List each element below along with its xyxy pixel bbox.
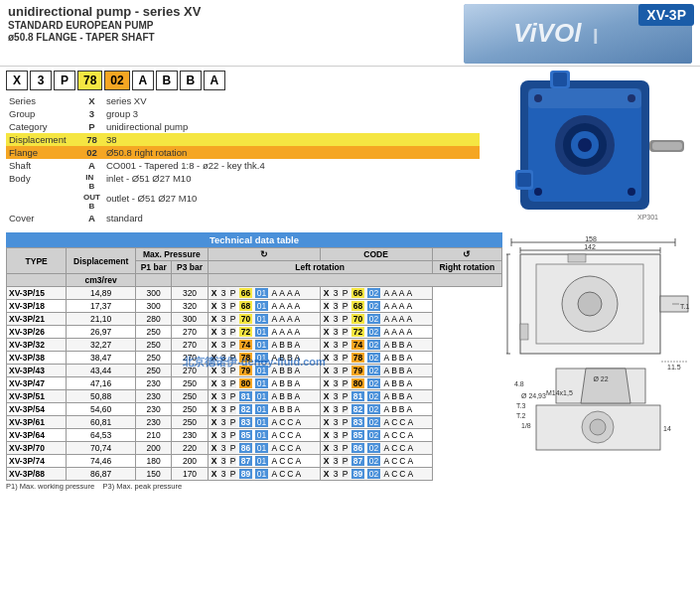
tech-disp: 74,46 (67, 455, 136, 468)
tech-p3: 270 (172, 326, 208, 339)
tech-right-code: X 3 P 68 02 AAAA (320, 300, 432, 313)
spec-desc-body-out: outlet - Ø51 Ø27 M10 (103, 192, 480, 212)
spec-desc-displacement: 38 (103, 133, 480, 146)
spec-val-flange: 02 (80, 146, 103, 159)
tech-left-code: X 3 P 87 01 ACCA (208, 455, 320, 468)
code-3: 3 (30, 71, 52, 90)
tech-disp: 43,44 (67, 365, 136, 377)
tech-left-code: X 3 P 72 01 AAAA (208, 326, 320, 339)
tech-p3: 300 (172, 313, 208, 326)
tech-p3: 250 (172, 403, 208, 416)
tech-right-code: X 3 P 81 02 ABBA (320, 390, 432, 403)
spec-row-series: Series X series XV (6, 94, 480, 107)
tech-row: XV-3P/88 86,87 150 170 X 3 P 89 01 ACCA … (7, 468, 502, 481)
code-a1: A (132, 71, 154, 90)
tech-p1: 280 (136, 313, 172, 326)
header-subtitle2: ø50.8 FLANGE - TAPER SHAFT (8, 32, 464, 43)
th-arrow-left: ↻ (208, 248, 320, 261)
tech-disp: 60,81 (67, 416, 136, 429)
main-upper: X 3 P 78 02 A B B A Series X series XV (0, 67, 700, 232)
tech-table-area: 北京德诺伊-denoy-fluid.com Technical data tab… (6, 232, 502, 491)
tech-disp: 21,10 (67, 313, 136, 326)
code-p: P (54, 71, 75, 90)
tech-type: XV-3P/32 (7, 339, 67, 352)
tech-right-code: X 3 P 85 02 ACCA (320, 429, 432, 442)
tech-right-code: X 3 P 82 02 ABBA (320, 403, 432, 416)
spec-row-cover: Cover A standard (6, 212, 480, 224)
svg-text:Ø 24,93: Ø 24,93 (521, 392, 546, 399)
tech-p3: 250 (172, 416, 208, 429)
tech-type: XV-3P/54 (7, 403, 67, 416)
svg-point-18 (628, 188, 635, 196)
svg-rect-32 (568, 254, 586, 262)
th-cm3: cm3/rev (67, 274, 136, 287)
tech-left-code: X 3 P 80 01 ABBA (208, 377, 320, 390)
tech-p1: 300 (136, 300, 172, 313)
spec-label-category: Category (6, 120, 80, 133)
tech-disp: 86,87 (67, 468, 136, 481)
tech-left-code: X 3 P 83 01 ACCA (208, 416, 320, 429)
tech-left-code: X 3 P 79 01 ABBA (208, 365, 320, 377)
th-left-rot: Left rotation (208, 261, 432, 274)
tech-right-code: X 3 P 74 02 ABBA (320, 339, 432, 352)
svg-text:14: 14 (663, 425, 671, 432)
tech-p3: 170 (172, 468, 208, 481)
spec-desc-series: series XV (103, 94, 480, 107)
tech-p3: 270 (172, 352, 208, 365)
tech-right-code: X 3 P 83 02 ACCA (320, 416, 432, 429)
brand-badge: XV-3P (638, 4, 694, 26)
svg-rect-10 (652, 142, 682, 150)
tech-p1: 230 (136, 390, 172, 403)
tech-left-code: X 3 P 81 01 ABBA (208, 390, 320, 403)
tech-type: XV-3P/43 (7, 365, 67, 377)
code-row: X 3 P 78 02 A B B A (6, 71, 480, 90)
tech-p3: 320 (172, 300, 208, 313)
code-b1: B (156, 71, 178, 90)
th-disp: Displacement (67, 248, 136, 274)
th-code: CODE (320, 248, 432, 261)
svg-text:142: 142 (584, 243, 596, 250)
tech-type: XV-3P/74 (7, 455, 67, 468)
svg-text:T.2: T.2 (516, 412, 525, 419)
tech-p3: 320 (172, 287, 208, 300)
tech-left-code: X 3 P 85 01 ACCA (208, 429, 320, 442)
svg-text:T.3: T.3 (516, 402, 525, 409)
tech-row: XV-3P/21 21,10 280 300 X 3 P 70 01 AAAA … (7, 313, 502, 326)
th-p3: P3 bar (172, 261, 208, 274)
tech-row: XV-3P/47 47,16 230 250 X 3 P 80 01 ABBA … (7, 377, 502, 390)
spec-desc-category: unidirectional pump (103, 120, 480, 133)
tech-disp: 38,47 (67, 352, 136, 365)
tech-type: XV-3P/61 (7, 416, 67, 429)
tech-disp: 17,37 (67, 300, 136, 313)
code-b2: B (180, 71, 202, 90)
tech-left-code: X 3 P 66 01 AAAA (208, 287, 320, 300)
tech-left-code: X 3 P 78 01 ABBA (208, 352, 320, 365)
tech-disp: 54,60 (67, 403, 136, 416)
spec-val-series: X (80, 94, 103, 107)
tech-type: XV-3P/15 (7, 287, 67, 300)
tech-type: XV-3P/47 (7, 377, 67, 390)
spec-val-shaft: A (80, 159, 103, 172)
tech-disp: 14,89 (67, 287, 136, 300)
tech-row: XV-3P/18 17,37 300 320 X 3 P 68 01 AAAA … (7, 300, 502, 313)
tech-left-code: X 3 P 74 01 ABBA (208, 339, 320, 352)
tech-right-code: X 3 P 66 02 AAAA (320, 287, 432, 300)
tech-type: XV-3P/88 (7, 468, 67, 481)
diagram-panel: 158 142 (502, 232, 696, 491)
tech-left-code: X 3 P 82 01 ABBA (208, 403, 320, 416)
tech-p1: 200 (136, 442, 172, 455)
spec-label-body: Body (6, 172, 80, 212)
th-right-rot: Right rotation (432, 261, 501, 274)
tech-type: XV-3P/51 (7, 390, 67, 403)
spec-val-group: 3 (80, 107, 103, 120)
svg-text:158: 158 (585, 235, 597, 242)
spec-desc-body-in: inlet - Ø51 Ø27 M10 (103, 172, 480, 192)
spec-label-displacement: Displacement (6, 133, 80, 146)
tech-row: XV-3P/32 32,27 250 270 X 3 P 74 01 ABBA … (7, 339, 502, 352)
tech-left-code: X 3 P 86 01 ACCA (208, 442, 320, 455)
header-subtitle1: STANDARD EUROPEAN PUMP (8, 20, 464, 31)
page-title: unidirectional pump - series XV (8, 4, 464, 19)
tech-type: XV-3P/21 (7, 313, 67, 326)
tech-right-code: X 3 P 87 02 ACCA (320, 455, 432, 468)
svg-rect-19 (528, 88, 641, 108)
